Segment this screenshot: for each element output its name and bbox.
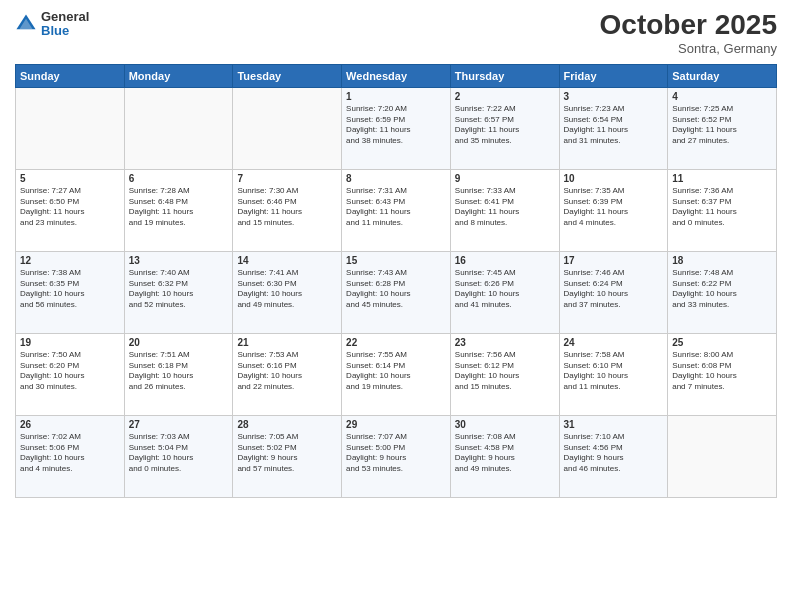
logo: General Blue [15,10,89,39]
day-number: 22 [346,337,446,348]
logo-icon [15,13,37,35]
col-wednesday: Wednesday [342,64,451,87]
day-info: Sunrise: 7:33 AM Sunset: 6:41 PM Dayligh… [455,186,555,229]
day-number: 4 [672,91,772,102]
table-row: 11Sunrise: 7:36 AM Sunset: 6:37 PM Dayli… [668,169,777,251]
day-info: Sunrise: 7:30 AM Sunset: 6:46 PM Dayligh… [237,186,337,229]
table-row [668,415,777,497]
calendar-week-row: 12Sunrise: 7:38 AM Sunset: 6:35 PM Dayli… [16,251,777,333]
day-info: Sunrise: 7:48 AM Sunset: 6:22 PM Dayligh… [672,268,772,311]
col-monday: Monday [124,64,233,87]
logo-text: General Blue [41,10,89,39]
day-number: 14 [237,255,337,266]
day-number: 15 [346,255,446,266]
day-number: 19 [20,337,120,348]
location-subtitle: Sontra, Germany [600,41,777,56]
day-number: 16 [455,255,555,266]
table-row: 22Sunrise: 7:55 AM Sunset: 6:14 PM Dayli… [342,333,451,415]
day-number: 31 [564,419,664,430]
day-number: 30 [455,419,555,430]
table-row [124,87,233,169]
col-friday: Friday [559,64,668,87]
day-info: Sunrise: 7:46 AM Sunset: 6:24 PM Dayligh… [564,268,664,311]
day-info: Sunrise: 7:56 AM Sunset: 6:12 PM Dayligh… [455,350,555,393]
table-row: 23Sunrise: 7:56 AM Sunset: 6:12 PM Dayli… [450,333,559,415]
calendar-week-row: 26Sunrise: 7:02 AM Sunset: 5:06 PM Dayli… [16,415,777,497]
header: General Blue October 2025 Sontra, German… [15,10,777,56]
day-number: 25 [672,337,772,348]
table-row: 15Sunrise: 7:43 AM Sunset: 6:28 PM Dayli… [342,251,451,333]
day-number: 27 [129,419,229,430]
day-info: Sunrise: 7:02 AM Sunset: 5:06 PM Dayligh… [20,432,120,475]
table-row: 16Sunrise: 7:45 AM Sunset: 6:26 PM Dayli… [450,251,559,333]
day-info: Sunrise: 7:31 AM Sunset: 6:43 PM Dayligh… [346,186,446,229]
day-number: 6 [129,173,229,184]
col-thursday: Thursday [450,64,559,87]
day-number: 12 [20,255,120,266]
day-info: Sunrise: 7:25 AM Sunset: 6:52 PM Dayligh… [672,104,772,147]
day-number: 8 [346,173,446,184]
day-info: Sunrise: 7:45 AM Sunset: 6:26 PM Dayligh… [455,268,555,311]
table-row: 28Sunrise: 7:05 AM Sunset: 5:02 PM Dayli… [233,415,342,497]
day-number: 20 [129,337,229,348]
table-row: 18Sunrise: 7:48 AM Sunset: 6:22 PM Dayli… [668,251,777,333]
table-row: 9Sunrise: 7:33 AM Sunset: 6:41 PM Daylig… [450,169,559,251]
col-sunday: Sunday [16,64,125,87]
day-number: 1 [346,91,446,102]
day-info: Sunrise: 7:53 AM Sunset: 6:16 PM Dayligh… [237,350,337,393]
day-number: 21 [237,337,337,348]
day-info: Sunrise: 7:07 AM Sunset: 5:00 PM Dayligh… [346,432,446,475]
col-saturday: Saturday [668,64,777,87]
day-info: Sunrise: 8:00 AM Sunset: 6:08 PM Dayligh… [672,350,772,393]
table-row: 27Sunrise: 7:03 AM Sunset: 5:04 PM Dayli… [124,415,233,497]
table-row: 10Sunrise: 7:35 AM Sunset: 6:39 PM Dayli… [559,169,668,251]
day-info: Sunrise: 7:10 AM Sunset: 4:56 PM Dayligh… [564,432,664,475]
table-row: 1Sunrise: 7:20 AM Sunset: 6:59 PM Daylig… [342,87,451,169]
month-title: October 2025 [600,10,777,41]
day-number: 2 [455,91,555,102]
day-info: Sunrise: 7:36 AM Sunset: 6:37 PM Dayligh… [672,186,772,229]
table-row: 4Sunrise: 7:25 AM Sunset: 6:52 PM Daylig… [668,87,777,169]
calendar-header-row: Sunday Monday Tuesday Wednesday Thursday… [16,64,777,87]
day-number: 7 [237,173,337,184]
calendar-week-row: 1Sunrise: 7:20 AM Sunset: 6:59 PM Daylig… [16,87,777,169]
page: General Blue October 2025 Sontra, German… [0,0,792,612]
table-row [233,87,342,169]
day-info: Sunrise: 7:40 AM Sunset: 6:32 PM Dayligh… [129,268,229,311]
table-row: 30Sunrise: 7:08 AM Sunset: 4:58 PM Dayli… [450,415,559,497]
table-row: 5Sunrise: 7:27 AM Sunset: 6:50 PM Daylig… [16,169,125,251]
day-number: 17 [564,255,664,266]
day-number: 3 [564,91,664,102]
day-number: 11 [672,173,772,184]
day-info: Sunrise: 7:27 AM Sunset: 6:50 PM Dayligh… [20,186,120,229]
table-row: 19Sunrise: 7:50 AM Sunset: 6:20 PM Dayli… [16,333,125,415]
day-info: Sunrise: 7:41 AM Sunset: 6:30 PM Dayligh… [237,268,337,311]
table-row: 25Sunrise: 8:00 AM Sunset: 6:08 PM Dayli… [668,333,777,415]
table-row: 3Sunrise: 7:23 AM Sunset: 6:54 PM Daylig… [559,87,668,169]
day-info: Sunrise: 7:23 AM Sunset: 6:54 PM Dayligh… [564,104,664,147]
table-row: 17Sunrise: 7:46 AM Sunset: 6:24 PM Dayli… [559,251,668,333]
table-row: 2Sunrise: 7:22 AM Sunset: 6:57 PM Daylig… [450,87,559,169]
day-info: Sunrise: 7:20 AM Sunset: 6:59 PM Dayligh… [346,104,446,147]
title-block: October 2025 Sontra, Germany [600,10,777,56]
calendar-table: Sunday Monday Tuesday Wednesday Thursday… [15,64,777,498]
day-info: Sunrise: 7:55 AM Sunset: 6:14 PM Dayligh… [346,350,446,393]
day-info: Sunrise: 7:58 AM Sunset: 6:10 PM Dayligh… [564,350,664,393]
day-info: Sunrise: 7:51 AM Sunset: 6:18 PM Dayligh… [129,350,229,393]
table-row: 8Sunrise: 7:31 AM Sunset: 6:43 PM Daylig… [342,169,451,251]
day-number: 28 [237,419,337,430]
table-row: 6Sunrise: 7:28 AM Sunset: 6:48 PM Daylig… [124,169,233,251]
table-row: 24Sunrise: 7:58 AM Sunset: 6:10 PM Dayli… [559,333,668,415]
table-row: 7Sunrise: 7:30 AM Sunset: 6:46 PM Daylig… [233,169,342,251]
day-number: 9 [455,173,555,184]
calendar-week-row: 19Sunrise: 7:50 AM Sunset: 6:20 PM Dayli… [16,333,777,415]
day-number: 18 [672,255,772,266]
day-number: 5 [20,173,120,184]
day-number: 26 [20,419,120,430]
day-info: Sunrise: 7:05 AM Sunset: 5:02 PM Dayligh… [237,432,337,475]
day-info: Sunrise: 7:08 AM Sunset: 4:58 PM Dayligh… [455,432,555,475]
logo-blue: Blue [41,24,89,38]
table-row [16,87,125,169]
day-number: 13 [129,255,229,266]
table-row: 29Sunrise: 7:07 AM Sunset: 5:00 PM Dayli… [342,415,451,497]
